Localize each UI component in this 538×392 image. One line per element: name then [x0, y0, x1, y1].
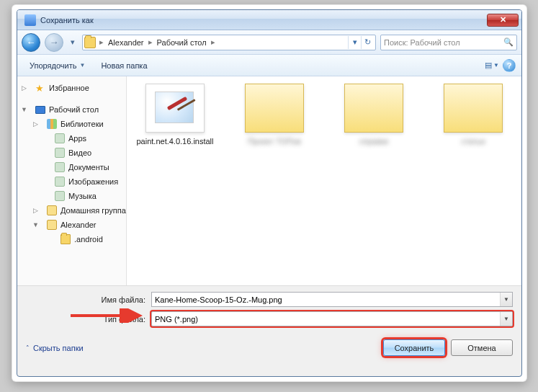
window-title: Сохранить как	[40, 16, 487, 24]
library-icon	[55, 148, 65, 158]
file-item[interactable]: paint.net.4.0.16.install	[135, 84, 215, 147]
filetype-dropdown-icon[interactable]: ▼	[500, 312, 512, 326]
filename-input[interactable]: Kane-Home-Scoop-15-Oz.-Mug.png ▼	[151, 292, 513, 307]
library-icon	[55, 177, 65, 187]
library-item[interactable]: Изображения	[17, 174, 126, 189]
library-item[interactable]: Apps	[17, 131, 126, 146]
filename-label: Имя файла:	[26, 295, 151, 304]
expand-icon[interactable]: ▼	[20, 106, 28, 114]
breadcrumb-segment[interactable]: Рабочий стол	[154, 38, 210, 47]
chevron-right-icon[interactable]: ▸	[147, 37, 154, 47]
library-icon	[55, 162, 65, 172]
navigation-bar: ← → ▾ ▸ Alexander ▸ Рабочий стол ▸ ▾ ↻ П…	[17, 30, 521, 55]
filename-dropdown-icon[interactable]: ▼	[500, 293, 512, 306]
library-item[interactable]: Музыка	[17, 189, 126, 203]
chevron-right-icon[interactable]: ▸	[210, 37, 217, 47]
folder-icon	[84, 37, 96, 48]
library-item[interactable]: Документы	[17, 160, 126, 174]
search-placeholder: Поиск: Рабочий стол	[384, 38, 460, 47]
cancel-button[interactable]: Отмена	[451, 339, 513, 356]
filename-value: Kane-Home-Scoop-15-Oz.-Mug.png	[155, 295, 282, 304]
folder-thumbnail	[444, 84, 503, 133]
expand-icon[interactable]: ▷	[32, 207, 40, 215]
libraries-icon	[47, 119, 57, 129]
favorites-node[interactable]: ▷★Избранное	[17, 81, 126, 95]
star-icon: ★	[35, 83, 45, 93]
filetype-select[interactable]: PNG (*.png) ▼	[151, 311, 513, 326]
history-dropdown-icon[interactable]: ▾	[68, 35, 78, 50]
file-list: paint.net.4.0.16.install Проект ТОПов сп…	[127, 76, 521, 285]
library-item[interactable]: Видео	[17, 146, 126, 160]
user-node[interactable]: ▼Alexander	[17, 218, 126, 232]
titlebar: Сохранить как ✕	[17, 10, 521, 30]
breadcrumb-segment[interactable]: Alexander	[105, 38, 147, 47]
expand-icon[interactable]: ▼	[32, 221, 40, 229]
library-icon	[55, 191, 65, 201]
save-as-dialog: Сохранить как ✕ ← → ▾ ▸ Alexander ▸ Рабо…	[17, 9, 522, 377]
file-thumbnail	[145, 84, 205, 133]
address-bar[interactable]: ▸ Alexander ▸ Рабочий стол ▸ ▾ ↻	[82, 35, 376, 50]
file-item[interactable]: статьи	[434, 84, 513, 147]
save-button[interactable]: Сохранить	[383, 339, 445, 356]
desktop-icon	[35, 106, 45, 114]
chevron-right-icon[interactable]: ▸	[98, 37, 105, 47]
library-icon	[55, 133, 65, 143]
folder-icon	[60, 234, 71, 244]
chevron-down-icon: ▼	[79, 62, 85, 68]
expand-icon[interactable]: ▷	[32, 120, 40, 128]
view-options-icon[interactable]: ▤▼	[484, 58, 500, 74]
homegroup-icon	[47, 205, 57, 215]
libraries-node[interactable]: ▷Библиотеки	[17, 117, 126, 131]
filetype-value: PNG (*.png)	[155, 315, 198, 324]
filetype-label: Тип файла:	[26, 315, 151, 324]
new-folder-button[interactable]: Новая папка	[94, 58, 153, 74]
file-name: статьи	[434, 137, 513, 147]
folder-thumbnail	[344, 84, 403, 133]
desktop-node[interactable]: ▼Рабочий стол	[17, 102, 126, 117]
collapse-icon[interactable]: ▷	[20, 84, 28, 92]
help-icon[interactable]: ?	[503, 59, 516, 72]
organize-button[interactable]: Упорядочить ▼	[23, 58, 91, 74]
chevron-up-icon: ˄	[26, 344, 30, 352]
folder-tree: ▷★Избранное ▼Рабочий стол ▷Библиотеки Ap…	[17, 76, 127, 285]
close-button[interactable]: ✕	[487, 14, 519, 27]
forward-button[interactable]: →	[45, 33, 63, 52]
file-item[interactable]: справки	[334, 84, 413, 147]
app-icon	[24, 14, 36, 26]
toolbar: Упорядочить ▼ Новая папка ▤▼ ?	[17, 55, 521, 76]
address-dropdown-icon[interactable]: ▾	[348, 36, 361, 49]
file-name: Проект ТОПов	[235, 137, 314, 147]
search-icon: 🔍	[503, 37, 514, 47]
homegroup-node[interactable]: ▷Домашняя группа	[17, 203, 126, 218]
refresh-icon[interactable]: ↻	[361, 36, 374, 49]
file-item[interactable]: Проект ТОПов	[235, 84, 314, 147]
user-icon	[47, 220, 57, 230]
file-name: справки	[334, 137, 413, 147]
file-name: paint.net.4.0.16.install	[135, 137, 215, 147]
user-subfolder[interactable]: .android	[17, 232, 126, 246]
folder-thumbnail	[245, 84, 304, 133]
back-button[interactable]: ←	[22, 33, 40, 52]
hide-folders-toggle[interactable]: ˄ Скрыть папки	[26, 344, 84, 352]
search-input[interactable]: Поиск: Рабочий стол 🔍	[380, 35, 517, 50]
